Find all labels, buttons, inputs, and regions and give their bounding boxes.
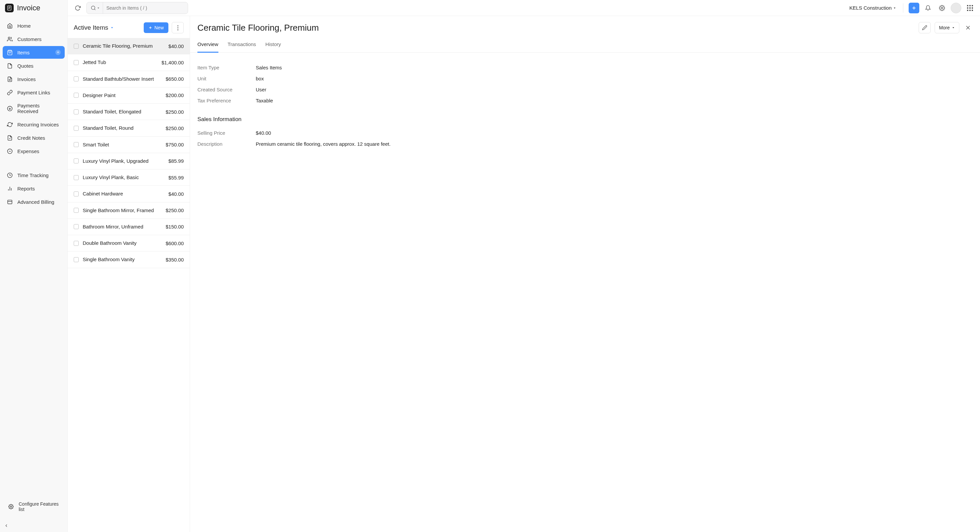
item-checkbox[interactable] (74, 241, 79, 246)
nav-item-invoices[interactable]: Invoices (3, 73, 65, 85)
nav-item-payment-links[interactable]: Payment Links (3, 86, 65, 99)
nav-label: Recurring Invoices (18, 122, 59, 127)
item-row[interactable]: Ceramic Tile Flooring, Premium$40.00 (68, 38, 190, 54)
user-avatar[interactable] (951, 3, 961, 13)
item-checkbox[interactable] (74, 142, 79, 147)
svg-marker-24 (111, 27, 113, 29)
nav-label: Time Tracking (18, 172, 49, 178)
nav-item-time-tracking[interactable]: Time Tracking (3, 169, 65, 182)
add-badge-icon[interactable]: + (55, 50, 61, 55)
nav-item-items[interactable]: Items+ (3, 46, 65, 59)
item-row[interactable]: Cabinet Hardware$40.00 (68, 186, 190, 202)
item-checkbox[interactable] (74, 158, 79, 163)
list-more-button[interactable] (172, 22, 184, 33)
collapse-sidebar-button[interactable] (0, 519, 67, 532)
apps-grid-icon (967, 5, 973, 11)
info-value: Premium ceramic tile flooring, covers ap… (256, 141, 390, 147)
payment-links-icon (7, 89, 13, 96)
search-input[interactable] (103, 5, 188, 11)
nav-item-recurring-invoices[interactable]: Recurring Invoices (3, 118, 65, 131)
tab-history[interactable]: History (266, 37, 281, 53)
app-switcher-button[interactable] (965, 3, 975, 13)
item-row[interactable]: Luxury Vinyl Plank, Upgraded$85.99 (68, 153, 190, 169)
item-price: $250.00 (166, 207, 184, 213)
nav-label: Customers (18, 37, 42, 42)
item-name: Standard Bathtub/Shower Insert (83, 76, 162, 82)
item-checkbox[interactable] (74, 93, 79, 98)
svg-line-18 (94, 9, 95, 10)
item-checkbox[interactable] (74, 76, 79, 81)
item-checkbox[interactable] (74, 257, 79, 262)
app-title: Invoice (17, 4, 40, 12)
item-checkbox[interactable] (74, 60, 79, 65)
configure-features-link[interactable]: Configure Features list (4, 498, 64, 515)
nav-item-home[interactable]: Home (3, 19, 65, 32)
detail-body: Item TypeSales ItemsUnitboxCreated Sourc… (190, 53, 980, 159)
item-row[interactable]: Designer Paint$200.00 (68, 88, 190, 104)
sidebar: Invoice HomeCustomersItems+QuotesInvoice… (0, 0, 68, 532)
tab-transactions[interactable]: Transactions (228, 37, 256, 53)
nav-item-expenses[interactable]: Expenses (3, 145, 65, 158)
notifications-button[interactable] (923, 3, 933, 13)
search-icon (91, 5, 96, 11)
item-row[interactable]: Single Bathroom Vanity$350.00 (68, 252, 190, 268)
list-title-dropdown[interactable]: Active Items (74, 24, 114, 31)
org-switcher[interactable]: KELS Construction (849, 5, 896, 11)
nav-item-credit-notes[interactable]: Credit Notes (3, 131, 65, 144)
credit-notes-icon (7, 135, 13, 141)
close-detail-button[interactable] (963, 23, 973, 32)
payments-received-icon (7, 105, 13, 111)
item-row[interactable]: Double Bathroom Vanity$600.00 (68, 235, 190, 252)
edit-button[interactable] (919, 22, 931, 33)
caret-down-icon (951, 26, 955, 29)
item-detail-pane: Ceramic Tile Flooring, Premium More Over… (190, 16, 980, 532)
svg-marker-27 (953, 27, 955, 29)
item-checkbox[interactable] (74, 191, 79, 196)
org-name-label: KELS Construction (849, 5, 892, 11)
item-row[interactable]: Single Bathroom Mirror, Framed$250.00 (68, 202, 190, 219)
gear-icon (939, 5, 945, 11)
item-row[interactable]: Standard Toilet, Round$250.00 (68, 120, 190, 136)
info-value: $40.00 (256, 130, 271, 136)
svg-point-16 (10, 506, 12, 507)
item-row[interactable]: Standard Bathtub/Shower Insert$650.00 (68, 71, 190, 88)
item-name: Designer Paint (83, 92, 162, 99)
nav-item-quotes[interactable]: Quotes (3, 59, 65, 72)
item-checkbox[interactable] (74, 126, 79, 131)
items-icon (7, 49, 13, 55)
item-checkbox[interactable] (74, 224, 79, 229)
item-checkbox[interactable] (74, 208, 79, 213)
nav-item-payments-received[interactable]: Payments Received (3, 99, 65, 118)
item-row[interactable]: Standard Toilet, Elongated$250.00 (68, 104, 190, 120)
time-tracking-icon (7, 172, 13, 178)
item-checkbox[interactable] (74, 109, 79, 115)
item-row[interactable]: Smart Toilet$750.00 (68, 137, 190, 153)
quick-add-button[interactable] (908, 3, 919, 13)
item-checkbox[interactable] (74, 175, 79, 180)
item-row[interactable]: Luxury Vinyl Plank, Basic$55.99 (68, 169, 190, 186)
detail-title: Ceramic Tile Flooring, Premium (197, 23, 915, 33)
item-name: Smart Toilet (83, 142, 162, 148)
item-price: $200.00 (166, 92, 184, 98)
nav-item-advanced-billing[interactable]: Advanced Billing (3, 196, 65, 208)
tab-overview[interactable]: Overview (197, 37, 218, 53)
refresh-button[interactable] (72, 3, 83, 13)
settings-button[interactable] (937, 3, 947, 13)
sales-section-title: Sales Information (197, 116, 973, 123)
nav-item-reports[interactable]: Reports (3, 182, 65, 195)
search-scope-button[interactable] (87, 2, 103, 14)
sidebar-nav: HomeCustomersItems+QuotesInvoicesPayment… (0, 16, 67, 494)
new-item-button[interactable]: New (144, 22, 169, 33)
detail-more-dropdown[interactable]: More (935, 22, 959, 33)
item-row[interactable]: Jetted Tub$1,400.00 (68, 54, 190, 71)
nav-item-customers[interactable]: Customers (3, 33, 65, 45)
item-price: $1,400.00 (161, 60, 184, 65)
chevron-down-icon (893, 6, 896, 10)
item-checkbox[interactable] (74, 44, 79, 49)
item-price: $150.00 (166, 224, 184, 229)
svg-point-1 (8, 37, 10, 39)
item-name: Single Bathroom Mirror, Framed (83, 207, 162, 214)
nav-label: Expenses (18, 148, 39, 154)
item-row[interactable]: Bathroom Mirror, Unframed$150.00 (68, 219, 190, 235)
item-name: Cabinet Hardware (83, 190, 164, 197)
